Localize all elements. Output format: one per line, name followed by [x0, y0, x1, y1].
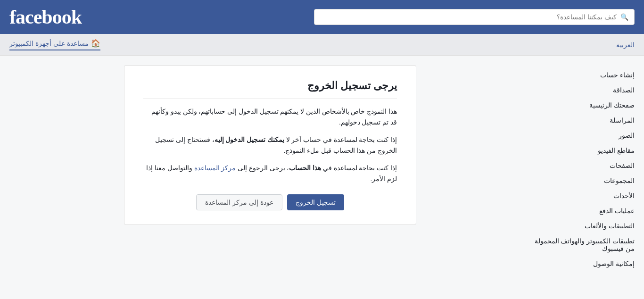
main-container: إنشاء حساب الصداقة صفحتك الرئيسية المراس… [0, 56, 644, 281]
navbar: العربية 🏠 مساعدة على أجهزة الكمبيوتر [0, 34, 644, 56]
house-icon: 🏠 [91, 39, 100, 48]
logout-card: يرجى تسجيل الخروج هذا النموذج خاص بالأشخ… [124, 65, 416, 225]
content-area: يرجى تسجيل الخروج هذا النموذج خاص بالأشخ… [9, 65, 531, 271]
card-text-1: هذا النموذج خاص بالأشخاص الذين لا يمكنهم… [143, 107, 397, 128]
sidebar-item-messages[interactable]: المراسلة [531, 113, 635, 128]
card-text-2: إذا كنت بحاجة لمساعدة في حساب آخر لا يمك… [143, 135, 397, 157]
card-text-3-middle: ، يرجى الرجوع إلى [236, 165, 289, 172]
card-text-3-bold: هذا الحساب [289, 165, 321, 172]
nav-right: 🏠 مساعدة على أجهزة الكمبيوتر [9, 39, 100, 50]
search-icon: 🔍 [620, 13, 628, 21]
card-text-3-prefix: إذا كنت بحاجة لمساعدة في [321, 165, 397, 172]
sidebar: إنشاء حساب الصداقة صفحتك الرئيسية المراس… [531, 65, 635, 271]
sidebar-item-pages[interactable]: الصفحات [531, 158, 635, 173]
sidebar-item-friendship[interactable]: الصداقة [531, 83, 635, 98]
sidebar-item-events[interactable]: الأحداث [531, 188, 635, 203]
card-title: يرجى تسجيل الخروج [143, 80, 397, 99]
home-nav-link[interactable]: 🏠 مساعدة على أجهزة الكمبيوتر [9, 39, 100, 50]
back-to-help-button[interactable]: عودة إلى مركز المساعدة [196, 194, 282, 210]
sidebar-item-apps-games[interactable]: التطبيقات والألعاب [531, 218, 635, 233]
card-buttons: تسجيل الخروج عودة إلى مركز المساعدة [143, 194, 397, 210]
sidebar-item-accessibility[interactable]: إمكانية الوصول [531, 256, 635, 271]
sidebar-item-payments[interactable]: عمليات الدفع [531, 203, 635, 218]
search-box[interactable]: 🔍 [314, 9, 635, 25]
language-link[interactable]: العربية [616, 41, 635, 49]
nav-left: العربية [616, 41, 635, 49]
logout-button[interactable]: تسجيل الخروج [287, 194, 344, 210]
header: 🔍 facebook [0, 0, 644, 34]
sidebar-item-groups[interactable]: المجموعات [531, 173, 635, 188]
card-text-3: إذا كنت بحاجة لمساعدة في هذا الحساب، يرج… [143, 163, 397, 185]
facebook-logo: facebook [9, 6, 82, 28]
sidebar-item-videos[interactable]: مقاطع الفيديو [531, 143, 635, 158]
card-text-2-prefix: إذا كنت بحاجة لمساعدة في حساب آخر لا [284, 136, 397, 143]
sidebar-item-mobile-apps[interactable]: تطبيقات الكمبيوتر والهواتف المحمولة من ف… [531, 233, 635, 256]
sidebar-item-photos[interactable]: الصور [531, 128, 635, 143]
sidebar-item-home-page[interactable]: صفحتك الرئيسية [531, 98, 635, 113]
home-nav-label: مساعدة على أجهزة الكمبيوتر [9, 40, 89, 47]
sidebar-item-create-account[interactable]: إنشاء حساب [531, 67, 635, 83]
card-text-2-bold: يمكنك تسجيل الدخول إليه [215, 136, 284, 143]
help-center-link[interactable]: مركز المساعدة [194, 165, 236, 172]
search-input[interactable] [320, 13, 617, 21]
